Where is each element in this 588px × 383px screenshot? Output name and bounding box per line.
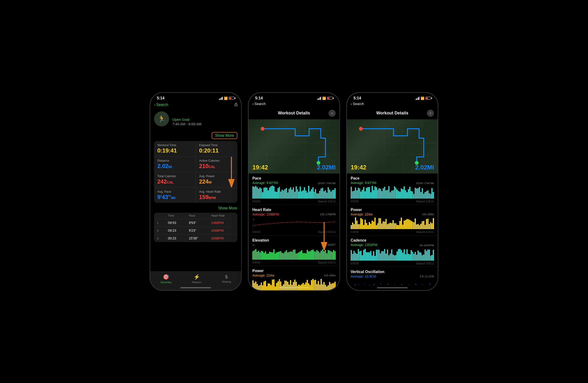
workout-details-title: Workout Details bbox=[154, 133, 188, 138]
splits-section: Splits Show More Time Pace Heart Rate bbox=[150, 203, 241, 242]
svg-point-44 bbox=[364, 284, 365, 285]
map-area-2: 19:42 2.02MI bbox=[249, 119, 339, 173]
chart-range: 20'04"–7'44"/MI bbox=[416, 182, 434, 185]
chart-end: Elapsed: 0:20:11 bbox=[318, 231, 336, 233]
svg-point-55 bbox=[354, 286, 355, 287]
stat-avg-hr: Avg. Heart Rate 159BPM bbox=[196, 188, 238, 203]
stat-distance: Distance 2.02MI bbox=[154, 156, 196, 172]
split-time: 09:23 bbox=[165, 227, 186, 234]
stat-active-calories: Active Calories 210CAL bbox=[196, 156, 238, 172]
svg-point-40 bbox=[359, 127, 363, 131]
nav-back-1[interactable]: ‹ Search bbox=[154, 103, 168, 107]
splits-title: Splits bbox=[154, 206, 166, 211]
stat-label: Workout Time bbox=[157, 143, 192, 147]
splits-row-2: 2 09:23 9'23" 166BPM bbox=[154, 227, 237, 234]
home-indicator-1 bbox=[180, 287, 211, 288]
svg-point-48 bbox=[387, 284, 388, 285]
splits-row-1: 1 09:53 9'53" 146BPM bbox=[154, 219, 237, 227]
chevron-left-icon: ‹ bbox=[154, 103, 155, 107]
signal-icon-3 bbox=[416, 97, 420, 100]
chart-footer: 0:00:00 Elapsed: 0:20:11 bbox=[351, 200, 434, 203]
chart-avg: Average: 9'43"/MI bbox=[351, 181, 377, 185]
split-pace: 15'36" bbox=[186, 234, 208, 242]
svg-point-24 bbox=[315, 222, 316, 223]
svg-point-56 bbox=[361, 286, 361, 286]
chart-elevation-2: Elevation -- 807–819FT 0:00:00 Elapsed: … bbox=[249, 235, 339, 266]
wifi-icon-2: 📶 bbox=[322, 96, 326, 100]
chart-start: 0:00:00 bbox=[351, 231, 358, 233]
chart-footer: 0:00:00 Elapsed: 0:20:11 bbox=[351, 262, 434, 265]
status-time-1: 5:14 bbox=[157, 96, 164, 100]
chart-start: 0:00:00 bbox=[252, 261, 260, 264]
home-indicator-3 bbox=[377, 287, 408, 288]
status-bar-2: 5:14 📶 bbox=[249, 93, 339, 101]
svg-point-22 bbox=[306, 222, 306, 223]
modal-header-2: Workout Details ✕ bbox=[249, 107, 339, 119]
svg-point-57 bbox=[371, 286, 372, 287]
chart-range: 20'04"–7'44"/MI bbox=[318, 182, 336, 185]
svg-point-45 bbox=[369, 285, 370, 286]
chart-title: Pace bbox=[351, 176, 434, 180]
sharing-icon: S bbox=[225, 274, 228, 280]
charts-scroll-2[interactable]: Pace Average: 9'43"/MI 20'04"–7'44"/MI 0… bbox=[249, 173, 339, 290]
chart-wrapper bbox=[351, 216, 434, 230]
chart-end: Elapsed: 0:20:11 bbox=[416, 200, 434, 203]
nav-title-1: Fri, Jun 17 bbox=[191, 102, 211, 107]
map-stats-3: 19:42 2.02MI bbox=[351, 164, 434, 171]
status-time-3: 5:14 bbox=[354, 96, 361, 100]
workout-name: Outdoor Run bbox=[172, 112, 237, 117]
stat-value: 159BPM bbox=[199, 194, 234, 200]
tab-sharing[interactable]: S Sharing bbox=[222, 274, 231, 284]
svg-point-61 bbox=[425, 286, 425, 287]
share-icon[interactable]: ⎙ bbox=[235, 102, 237, 107]
splits-col-num bbox=[154, 213, 165, 219]
phone-2: 5:14 📶 ‹ Search bbox=[248, 92, 340, 291]
svg-point-59 bbox=[397, 286, 398, 287]
splits-show-more[interactable]: Show More bbox=[218, 206, 237, 210]
back-search-label[interactable]: ‹ Search bbox=[252, 102, 266, 106]
phone-3: 5:14 📶 ‹ Search bbox=[346, 92, 438, 291]
back-search-label-3[interactable]: ‹ Search bbox=[351, 102, 364, 106]
stat-value: 0:20:11 bbox=[199, 147, 234, 154]
chart-start: 0:00:00 bbox=[252, 200, 260, 203]
svg-point-60 bbox=[411, 286, 411, 286]
tab-summary[interactable]: 🎯 Summary bbox=[160, 274, 171, 284]
split-num: 3 bbox=[154, 234, 165, 242]
split-pace: 9'23" bbox=[186, 227, 208, 234]
splits-header: Splits Show More bbox=[154, 206, 237, 211]
status-icons-2: 📶 bbox=[317, 96, 333, 100]
map-stats-2: 19:42 2.02MI bbox=[252, 164, 336, 171]
sharing-label: Sharing bbox=[222, 280, 231, 283]
svg-point-47 bbox=[380, 284, 381, 284]
stat-label: Avg. Pace bbox=[157, 190, 192, 193]
svg-point-16 bbox=[277, 223, 278, 223]
tab-fitness-plus[interactable]: ⚡ Fitness+ bbox=[192, 274, 202, 284]
chart-avg: Average: 224w bbox=[351, 212, 373, 216]
chart-avg: Average: 9'43"/MI bbox=[252, 181, 278, 185]
chart-footer: 0:00:00 Elapsed: 0:20:11 bbox=[351, 231, 434, 233]
stat-value: 0:19:41 bbox=[157, 147, 192, 154]
modal-close-2[interactable]: ✕ bbox=[329, 110, 336, 117]
modal-close-3[interactable]: ✕ bbox=[427, 110, 434, 117]
split-num: 2 bbox=[154, 227, 165, 234]
stats-row-3: Total Calories 242CAL Avg. Power 224W bbox=[154, 172, 237, 188]
chart-end: Elapsed: 0:20:11 bbox=[318, 200, 336, 203]
splits-col-time: Time bbox=[165, 213, 186, 219]
svg-point-15 bbox=[273, 223, 274, 224]
svg-point-14 bbox=[268, 224, 269, 224]
chart-wrapper bbox=[351, 248, 434, 262]
svg-point-11 bbox=[254, 226, 255, 227]
chart-footer: 0:00:00 Elapsed: 0:20:11 bbox=[252, 200, 336, 203]
status-time-2: 5:14 bbox=[255, 96, 263, 100]
workout-details-grid: Workout Time 0:19:41 Elapsed Time 0:20:1… bbox=[154, 141, 237, 203]
stat-avg-pace: Avg. Pace 9'43"/MI bbox=[154, 188, 196, 203]
modal-header-3: Workout Details ✕ bbox=[347, 107, 438, 119]
workout-goal: Open Goal bbox=[172, 117, 237, 121]
show-more-button[interactable]: Show More bbox=[212, 132, 237, 139]
map-area-3: 19:42 2.02MI bbox=[347, 119, 438, 173]
signal-icon-2 bbox=[317, 97, 321, 100]
stat-avg-power: Avg. Power 224W bbox=[196, 172, 238, 187]
charts-scroll-3[interactable]: Pace Average: 9'43"/MI 20'04"–7'44"/MI 0… bbox=[347, 173, 438, 290]
chart-avg: Average: 224w bbox=[252, 273, 274, 277]
nav-bar-1: ‹ Search Fri, Jun 17 ⎙ bbox=[150, 101, 241, 109]
